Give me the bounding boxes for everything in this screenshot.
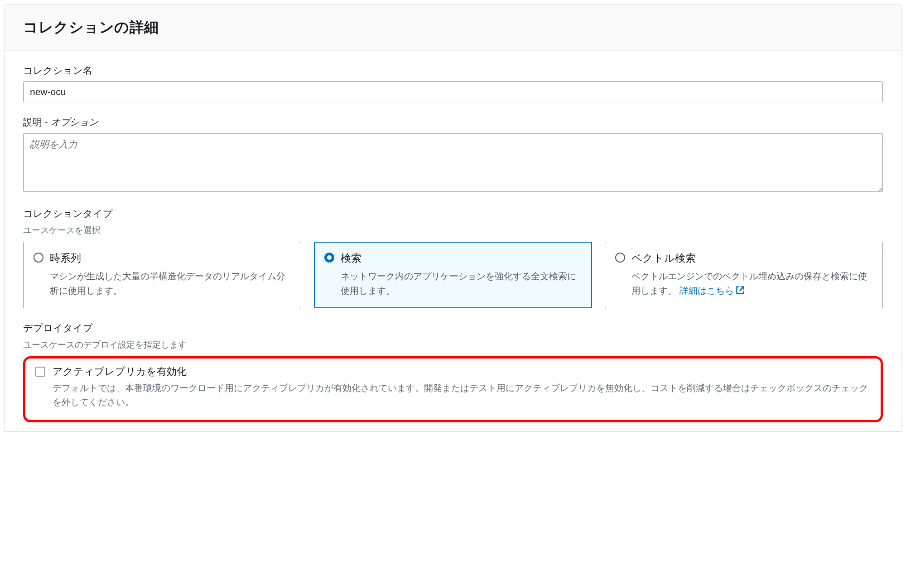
active-replica-row: アクティブレプリカを有効化 デフォルトでは、本番環境のワークロード用にアクティブ… <box>35 365 871 409</box>
panel-body: コレクション名 説明 - オプション コレクションタイプ ユースケースを選択 時… <box>5 51 901 431</box>
deploy-type-label: デプロイタイプ <box>23 322 883 335</box>
collection-name-field: コレクション名 <box>23 64 883 102</box>
description-field: 説明 - オプション <box>23 116 883 194</box>
radio-icon <box>34 253 43 263</box>
tile-title: 検索 <box>341 251 582 265</box>
learn-more-link[interactable]: 詳細はこちら <box>680 286 745 296</box>
active-replica-highlight: アクティブレプリカを有効化 デフォルトでは、本番環境のワークロード用にアクティブ… <box>23 356 883 422</box>
tile-desc: ベクトルエンジンでのベクトル埋め込みの保存と検索に使用します。 詳細はこちら <box>631 269 872 299</box>
tile-desc: マシンが生成した大量の半構造化データのリアルタイム分析に使用します。 <box>50 269 291 298</box>
deploy-type-field: デプロイタイプ ユースケースのデプロイ設定を指定します <box>23 322 883 351</box>
tile-timeseries[interactable]: 時系列 マシンが生成した大量の半構造化データのリアルタイム分析に使用します。 <box>23 242 301 308</box>
external-link-icon <box>736 284 745 299</box>
collection-type-field: コレクションタイプ ユースケースを選択 時系列 マシンが生成した大量の半構造化デ… <box>23 207 883 308</box>
tile-search[interactable]: 検索 ネットワーク内のアプリケーションを強化する全文検索に使用します。 <box>314 242 592 308</box>
tile-title: 時系列 <box>50 251 291 265</box>
tile-vector[interactable]: ベクトル検索 ベクトルエンジンでのベクトル埋め込みの保存と検索に使用します。 詳… <box>605 242 883 308</box>
panel-title: コレクションの詳細 <box>23 18 883 38</box>
description-textarea[interactable] <box>23 133 883 192</box>
deploy-type-sublabel: ユースケースのデプロイ設定を指定します <box>23 339 883 351</box>
collection-type-sublabel: ユースケースを選択 <box>23 225 883 236</box>
collection-type-tiles: 時系列 マシンが生成した大量の半構造化データのリアルタイム分析に使用します。 検… <box>23 242 883 308</box>
panel-header: コレクションの詳細 <box>5 5 901 51</box>
tile-desc: ネットワーク内のアプリケーションを強化する全文検索に使用します。 <box>341 269 582 298</box>
tile-title: ベクトル検索 <box>631 251 872 265</box>
description-label: 説明 - オプション <box>23 116 883 129</box>
active-replica-title: アクティブレプリカを有効化 <box>53 365 871 378</box>
active-replica-checkbox[interactable] <box>35 367 45 377</box>
radio-icon <box>324 253 334 263</box>
collection-name-input[interactable] <box>23 81 883 102</box>
collection-type-label: コレクションタイプ <box>23 207 883 220</box>
collection-details-panel: コレクションの詳細 コレクション名 説明 - オプション コレクションタイプ ユ… <box>5 5 901 432</box>
radio-icon <box>615 253 625 263</box>
active-replica-desc: デフォルトでは、本番環境のワークロード用にアクティブレプリカが有効化されています… <box>53 381 871 409</box>
collection-name-label: コレクション名 <box>23 64 883 77</box>
